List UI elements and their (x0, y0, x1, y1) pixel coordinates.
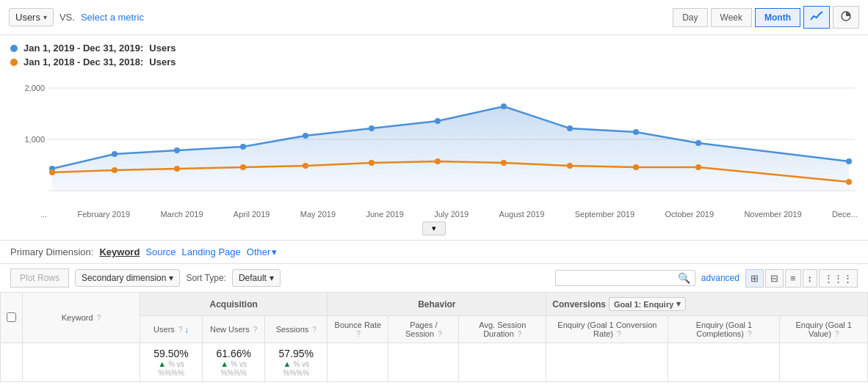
other-dropdown[interactable]: Other ▾ (247, 246, 278, 257)
legend-dot-2019 (10, 45, 18, 52)
sort-arrow-icon: ↓ (185, 325, 189, 334)
th-sessions: Sessions ? (265, 316, 328, 343)
line-chart-svg: 2,000 1,000 (10, 73, 858, 205)
users-value: 59.50% (146, 348, 196, 359)
sessions-change: ▲ % vs %%%% (271, 359, 321, 377)
pie-chart-button[interactable] (833, 6, 859, 29)
chart-dot (846, 158, 852, 164)
sort-type-label: Sort Type: (186, 273, 225, 283)
top-bar: Users ▾ VS. Select a metric Day Week Mon… (0, 0, 868, 35)
summary-row: 59.50% ▲ % vs %%%% 61.66% ▲ % vs %%%% 57… (1, 343, 868, 382)
chart-dot-2018 (695, 164, 701, 170)
dim-keyword[interactable]: Keyword (99, 246, 140, 257)
bounce-rate-help-icon[interactable]: ? (357, 330, 361, 338)
collapse-chart-button[interactable]: ▾ (422, 222, 446, 235)
new-users-value: 61.66% (209, 348, 258, 359)
chart-dot (633, 129, 639, 135)
chevron-down-icon: ▾ (676, 299, 681, 309)
dim-landing-page[interactable]: Landing Page (182, 246, 241, 257)
month-button[interactable]: Month (755, 8, 800, 27)
th-bounce-rate: Bounce Rate ? (328, 316, 388, 343)
x-label-may: May 2019 (300, 210, 336, 219)
chevron-down-icon: ▾ (272, 246, 277, 257)
legend-metric-2019: Users (149, 43, 176, 54)
metric-dropdown[interactable]: Users ▾ (9, 8, 54, 26)
sessions-help-icon[interactable]: ? (312, 326, 317, 334)
chart-dot (369, 125, 375, 131)
pages-session-help-icon[interactable]: ? (438, 330, 442, 338)
svg-text:2,000: 2,000 (24, 84, 45, 92)
legend-dot-2018 (10, 59, 18, 66)
summary-checkbox-cell (1, 343, 23, 382)
pivot-view-button[interactable]: ≡ (785, 269, 801, 288)
comparison-view-button[interactable]: ⊟ (765, 269, 784, 288)
users-change: ▲ % vs %%%% (146, 359, 196, 377)
legend-date-2018: Jan 1, 2018 - Dec 31, 2018: (23, 56, 143, 67)
avg-session-help-icon[interactable]: ? (518, 330, 522, 338)
dim-source[interactable]: Source (145, 246, 176, 257)
up-arrow-icon: ▲ (158, 359, 166, 368)
plot-rows-button[interactable]: Plot Rows (10, 268, 69, 288)
goal-label: Goal 1: Enquiry (614, 300, 673, 309)
grid-view-button[interactable]: ⊞ (745, 269, 764, 288)
enquiry-value-help-icon[interactable]: ? (835, 330, 839, 338)
day-button[interactable]: Day (673, 8, 707, 27)
x-label-jun: June 2019 (366, 210, 403, 219)
summary-pages-cell (388, 343, 459, 382)
sessions-value: 57.95% (271, 348, 321, 359)
week-button[interactable]: Week (711, 8, 752, 27)
secondary-dimension-dropdown[interactable]: Secondary dimension ▾ (75, 269, 180, 287)
primary-dimension-bar: Primary Dimension: Keyword Source Landin… (0, 240, 868, 263)
line-chart-icon (810, 10, 823, 22)
x-label-sep: September 2019 (575, 210, 634, 219)
sort-type-dropdown[interactable]: Default ▾ (232, 269, 281, 287)
summary-enqcomp-cell (668, 343, 780, 382)
vs-label: VS. (59, 12, 75, 23)
chart-dot-2018 (49, 169, 55, 175)
other-label: Other (247, 246, 271, 257)
chevron-down-icon: ▾ (43, 13, 47, 21)
th-pages-session: Pages / Session ? (388, 316, 459, 343)
summary-bounce-cell (328, 343, 388, 382)
th-behavior: Behavior (328, 293, 546, 316)
keyword-help-icon[interactable]: ? (97, 314, 101, 322)
summary-keyword-cell (23, 343, 140, 382)
search-input[interactable] (560, 273, 678, 283)
svg-text:1,000: 1,000 (24, 135, 45, 144)
primary-dim-label: Primary Dimension: (10, 246, 93, 257)
x-label-nov: November 2019 (744, 210, 801, 219)
legend-area: Jan 1, 2019 - Dec 31, 2019: Users Jan 1,… (0, 35, 868, 73)
chart-dot-2018 (112, 167, 117, 173)
chart-dot (435, 118, 441, 124)
enquiry-completions-help-icon[interactable]: ? (748, 330, 752, 338)
th-enquiry-value: Enquiry (Goal 1 Value) ? (780, 316, 868, 343)
sort-default-label: Default (239, 273, 267, 283)
enquiry-rate-help-icon[interactable]: ? (617, 330, 621, 338)
chevron-down-icon: ▾ (270, 273, 274, 283)
up-arrow-icon: ▲ (283, 359, 291, 368)
chart-dot (695, 140, 701, 146)
legend-row-2019: Jan 1, 2019 - Dec 31, 2019: Users (10, 43, 858, 54)
goal-select-area: Conversions Goal 1: Enquiry ▾ (552, 297, 861, 311)
th-new-users: New Users ? (203, 316, 265, 343)
line-chart-button[interactable] (803, 6, 830, 29)
th-avg-session: Avg. Session Duration ? (459, 316, 546, 343)
summary-enqrate-cell (546, 343, 668, 382)
pie-chart-icon (839, 10, 853, 22)
chart-dot (501, 103, 507, 109)
advanced-link[interactable]: advanced (701, 273, 739, 283)
users-help-icon[interactable]: ? (178, 326, 183, 334)
table-controls: Plot Rows Secondary dimension ▾ Sort Typ… (0, 263, 868, 292)
chart-dot-2018 (501, 160, 507, 166)
select-all-checkbox[interactable] (7, 312, 16, 322)
new-users-help-icon[interactable]: ? (253, 326, 258, 334)
chart-dot-2018 (567, 163, 573, 169)
chart-dot (174, 147, 180, 153)
search-box[interactable]: 🔍 (555, 270, 695, 286)
select-metric-link[interactable]: Select a metric (81, 12, 144, 23)
lifecycle-view-button[interactable]: ⋮⋮⋮ (819, 269, 858, 288)
summary-new-users-cell: 61.66% ▲ % vs %%%% (203, 343, 265, 382)
percent-view-button[interactable]: ↕ (803, 269, 818, 288)
goal-dropdown[interactable]: Goal 1: Enquiry ▾ (609, 297, 686, 311)
x-label-feb: February 2019 (78, 210, 131, 219)
